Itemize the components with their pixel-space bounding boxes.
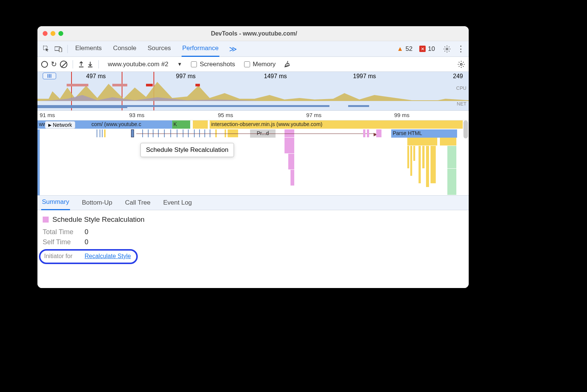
flame-chart[interactable]: ww com/ (www.youtube.c K intersection-ob… — [37, 120, 469, 195]
svg-rect-8 — [195, 84, 200, 86]
device-toolbar-icon[interactable] — [53, 44, 64, 54]
overview-selection-handle[interactable] — [43, 73, 56, 79]
tab-call-tree[interactable]: Call Tree — [124, 196, 151, 210]
capture-settings-icon[interactable] — [457, 61, 465, 68]
kebab-menu-icon[interactable]: ⋮ — [457, 44, 465, 54]
divider — [67, 45, 68, 53]
profile-dropdown-label: www.youtube.com #2 — [108, 61, 168, 68]
flame-row: ww com/ (www.youtube.c K intersection-ob… — [37, 120, 463, 129]
self-time-value: 0 — [85, 238, 88, 246]
flame-bar[interactable] — [131, 129, 134, 137]
initiator-label: Initiator for — [44, 253, 85, 260]
flame-bar-green[interactable] — [178, 120, 181, 129]
tab-performance[interactable]: Performance — [182, 42, 219, 57]
flame-bar-yellow[interactable] — [431, 146, 436, 183]
flame-bar-yellow[interactable] — [419, 146, 421, 183]
tab-summary[interactable]: Summary — [41, 195, 70, 210]
minimize-window[interactable] — [51, 31, 55, 36]
flame-bar-yellow[interactable] — [440, 138, 456, 146]
flame-bar-yellow[interactable] — [205, 120, 208, 129]
flame-bar-yellow[interactable] — [407, 146, 409, 168]
cpu-label: CPU — [456, 85, 466, 91]
flame-bar-green[interactable] — [187, 120, 190, 129]
flame-bar-green[interactable] — [447, 169, 456, 195]
flame-bar-blue[interactable] — [37, 129, 40, 195]
flame-bar-yellow[interactable] — [407, 138, 437, 146]
error-icon: ✕ — [419, 46, 426, 52]
flame-tick — [97, 129, 97, 137]
download-button[interactable] — [87, 61, 93, 68]
timeline-overview[interactable]: 497 ms 997 ms 1497 ms 1997 ms 249 CPU NE… — [37, 72, 469, 111]
flame-bar-green[interactable] — [184, 120, 187, 129]
more-tabs-icon[interactable]: ≫ — [229, 45, 237, 53]
flame-bar-yellow[interactable] — [426, 146, 429, 187]
network-track-toggle[interactable]: ▶Network — [45, 121, 75, 129]
flame-rows: Pr...d ▶ Parse HTML — [37, 129, 463, 195]
record-button[interactable] — [41, 61, 48, 68]
flame-bar-yellow[interactable]: intersection-observer.min.js (www.youtub… — [210, 120, 463, 129]
ruler-tick: 91 ms — [40, 112, 55, 118]
tab-bottom-up[interactable]: Bottom-Up — [81, 196, 113, 210]
tab-sources[interactable]: Sources — [147, 42, 171, 56]
memory-label: Memory — [253, 61, 276, 68]
warning-icon: ▲ — [397, 45, 403, 53]
flame-bar-green[interactable] — [181, 120, 184, 129]
net-label: NET — [456, 101, 466, 107]
flame-bar-yellow[interactable] — [199, 120, 202, 129]
close-window[interactable] — [43, 31, 48, 36]
svg-point-3 — [446, 48, 448, 50]
screenshots-checkbox[interactable]: Screenshots — [191, 61, 235, 68]
checkbox-icon — [191, 61, 197, 67]
flame-scrollbar[interactable] — [463, 120, 468, 195]
reload-button[interactable]: ↻ — [51, 60, 57, 68]
flame-bar-yellow[interactable] — [422, 146, 425, 168]
svg-rect-6 — [112, 84, 127, 86]
titlebar: DevTools - www.youtube.com/ — [37, 26, 469, 41]
errors-count: 10 — [428, 45, 435, 53]
tab-elements[interactable]: Elements — [74, 42, 103, 56]
settings-icon[interactable] — [443, 45, 451, 53]
detail-time-ruler[interactable]: 91 ms 93 ms 95 ms 97 ms 99 ms — [37, 111, 469, 120]
main-tabs-row: Elements Console Sources Performance ≫ ▲… — [37, 41, 469, 57]
tab-console[interactable]: Console — [112, 42, 137, 56]
panel-tabs: Elements Console Sources Performance — [74, 42, 219, 56]
flame-bar-yellow[interactable] — [413, 146, 415, 161]
ruler-tick: 95 ms — [218, 112, 233, 118]
errors-badge[interactable]: ✕ 10 — [419, 45, 435, 53]
flame-bar-pink[interactable] — [285, 138, 294, 153]
scrollbar-thumb[interactable] — [463, 120, 468, 138]
flame-bar-pink[interactable] — [376, 129, 381, 137]
initiator-link[interactable]: Recalculate Style — [85, 253, 131, 260]
inspect-element-icon[interactable] — [41, 44, 52, 54]
warnings-badge[interactable]: ▲ 52 — [397, 45, 413, 53]
flame-bar-parse-html[interactable]: Parse HTML — [391, 129, 457, 138]
flame-bar-green[interactable]: K — [172, 120, 178, 129]
flame-bar-pink[interactable] — [291, 170, 294, 186]
upload-button[interactable] — [78, 61, 84, 68]
svg-rect-9 — [37, 105, 329, 107]
flame-bar-yellow[interactable] — [202, 120, 205, 129]
flame-bar-green[interactable] — [447, 146, 456, 168]
flame-bar-pink[interactable] — [288, 154, 294, 169]
flame-tick — [102, 129, 103, 137]
flame-tick — [104, 129, 106, 137]
overview-tick: 997 ms — [176, 73, 195, 80]
maximize-window[interactable] — [58, 31, 63, 36]
flame-bar-label: com/ (www.youtube.c — [91, 121, 141, 127]
ruler-tick: 97 ms — [306, 112, 322, 118]
flame-bar-pink[interactable] — [363, 129, 365, 137]
ruler-tick: 93 ms — [129, 112, 145, 118]
flame-bar-yellow[interactable] — [196, 120, 199, 129]
memory-checkbox[interactable]: Memory — [244, 61, 276, 68]
garbage-collect-button[interactable] — [284, 61, 291, 68]
summary-event-title: Schedule Style Recalculation — [52, 215, 145, 224]
flame-bar-yellow[interactable] — [193, 120, 196, 129]
tab-event-log[interactable]: Event Log — [162, 196, 193, 210]
flame-bar-yellow[interactable] — [410, 146, 412, 176]
chevron-down-icon: ▼ — [177, 61, 182, 67]
svg-rect-5 — [67, 84, 88, 86]
clear-button[interactable] — [60, 61, 67, 68]
summary-title-row: Schedule Style Recalculation — [43, 215, 463, 224]
flame-bar-pink[interactable] — [367, 129, 369, 137]
profile-dropdown[interactable]: www.youtube.com #2 ▼ — [108, 61, 182, 68]
